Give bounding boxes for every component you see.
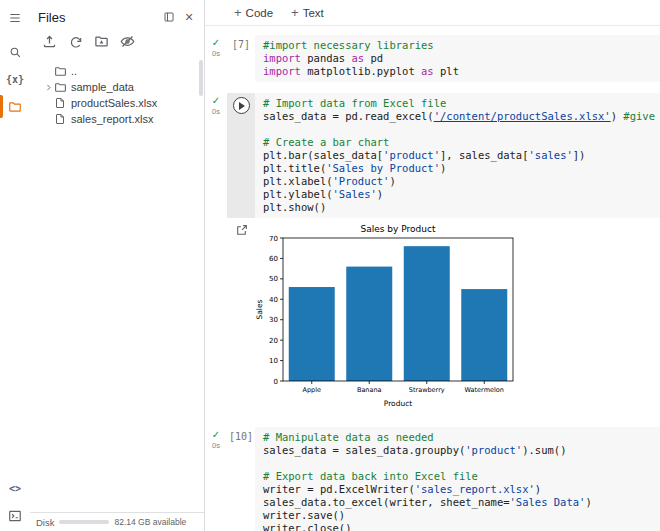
colab-app: {x} <> Files ✕ <box>0 0 660 531</box>
disk-usage: Disk 82.14 GB available <box>30 512 204 531</box>
dock-panel-icon[interactable] <box>160 8 178 26</box>
disk-label: Disk <box>36 517 54 528</box>
code-line: writer.close() <box>263 522 652 531</box>
svg-text:50: 50 <box>269 275 278 283</box>
code-line: plt.xlabel('Product') <box>263 175 652 188</box>
close-panel-icon[interactable]: ✕ <box>180 8 198 26</box>
files-toolbar <box>30 30 204 59</box>
code-snippets-icon[interactable]: <> <box>0 475 30 502</box>
add-code-label: Code <box>246 7 274 19</box>
code-line: writer.save() <box>263 509 652 522</box>
svg-text:Strawberry: Strawberry <box>409 386 445 394</box>
run-cell-button[interactable] <box>233 97 250 114</box>
code-editor[interactable]: #import necessary librariesimport pandas… <box>255 35 660 82</box>
svg-text:Watermelon: Watermelon <box>465 386 504 394</box>
cell-status: ✓ 0s <box>205 93 227 218</box>
code-line: writer = pd.ExcelWriter('sales_report.xl… <box>263 483 652 496</box>
code-editor[interactable]: # Manipulate data as neededsales_data = … <box>255 427 660 531</box>
bar <box>289 287 335 381</box>
execution-count[interactable]: [10] <box>229 431 253 442</box>
folder-icon <box>54 81 71 94</box>
code-line: # Import data from Excel file <box>263 97 652 110</box>
terminal-icon[interactable] <box>0 502 30 529</box>
variables-icon[interactable]: {x} <box>0 66 30 93</box>
cell-runtime: 0s <box>212 49 220 58</box>
folder-item[interactable]: .. <box>30 63 204 79</box>
hidden-files-icon[interactable] <box>118 32 137 51</box>
code-line: sales_data = pd.read_excel('/content/pro… <box>263 110 652 123</box>
files-panel-header: Files ✕ <box>30 0 204 30</box>
file-name: .. <box>71 65 77 77</box>
folder-item[interactable]: sample_data <box>30 79 204 95</box>
bar <box>346 267 392 381</box>
left-icon-rail: {x} <> <box>0 0 30 531</box>
svg-text:40: 40 <box>269 296 278 304</box>
files-panel: Files ✕ ..sample_dataproductSales.xlsx <box>30 0 204 531</box>
cell-status: ✓ 0s <box>205 427 227 531</box>
code-line: plt.ylabel('Sales') <box>263 188 652 201</box>
code-line <box>263 123 652 136</box>
search-icon[interactable] <box>0 39 30 66</box>
cell-gutter <box>227 93 255 218</box>
code-line: plt.show() <box>263 201 652 214</box>
disk-usage-bar <box>59 520 109 524</box>
cell-success-icon: ✓ <box>212 38 220 48</box>
svg-text:10: 10 <box>269 357 278 365</box>
code-line: sales_data.to_excel(writer, sheet_name='… <box>263 496 652 509</box>
notebook-scroll-area: ✓ 0s [7] #import necessary librariesimpo… <box>205 26 660 531</box>
bar <box>404 246 450 381</box>
svg-text:Banana: Banana <box>357 386 382 394</box>
notebook-area: + Code + Text ✓ 0s [7] #import <box>205 0 660 531</box>
output-popout-icon[interactable] <box>234 223 249 241</box>
file-item[interactable]: sales_report.xlsx <box>30 111 204 127</box>
mount-drive-icon[interactable] <box>92 32 111 51</box>
file-item[interactable]: productSales.xlsx <box>30 95 204 111</box>
code-line: # Export data back into Excel file <box>263 470 652 483</box>
notebook-toolbar: + Code + Text <box>205 0 660 26</box>
upload-icon[interactable] <box>40 32 59 51</box>
code-cell: ✓ 0s [7] #import necessary librariesimpo… <box>205 35 660 82</box>
cell-success-icon: ✓ <box>212 96 220 106</box>
file-icon <box>54 113 71 125</box>
add-code-button[interactable]: + Code <box>225 3 282 22</box>
code-line: # Manipulate data as needed <box>263 431 652 444</box>
refresh-icon[interactable] <box>66 32 85 51</box>
chart-xlabel: Product <box>384 399 413 408</box>
cell-runtime: 0s <box>212 107 220 116</box>
variables-glyph: {x} <box>6 74 24 85</box>
snippets-glyph: <> <box>9 483 21 494</box>
file-tree: ..sample_dataproductSales.xlsxsales_repo… <box>30 59 204 512</box>
code-line: #import necessary libraries <box>263 39 652 52</box>
code-editor[interactable]: # Import data from Excel filesales_data … <box>255 93 660 218</box>
files-scrollbar-thumb[interactable] <box>199 60 203 96</box>
chart-output-image: Sales by Product010203040506070AppleBana… <box>255 223 660 416</box>
file-name: sales_report.xlsx <box>71 113 154 125</box>
cell-output: Sales by Product010203040506070AppleBana… <box>205 223 660 416</box>
add-text-button[interactable]: + Text <box>282 3 333 22</box>
execution-count[interactable]: [7] <box>232 39 250 50</box>
menu-icon[interactable] <box>0 4 30 31</box>
cell-success-icon: ✓ <box>212 430 220 440</box>
svg-text:Apple: Apple <box>302 386 321 394</box>
play-icon <box>239 102 245 110</box>
code-cell: ✓ 0s # Import data from Excel filesales_… <box>205 93 660 416</box>
svg-text:30: 30 <box>269 316 278 324</box>
file-name: productSales.xlsx <box>71 97 157 109</box>
code-line: sales_data = sales_data.groupby('product… <box>263 444 652 457</box>
chart-ylabel: Sales <box>255 299 264 319</box>
code-line: import pandas as pd <box>263 52 652 65</box>
svg-text:60: 60 <box>269 255 278 263</box>
chart-title: Sales by Product <box>361 224 436 234</box>
code-line: # Create a bar chart <box>263 136 652 149</box>
files-panel-title: Files <box>38 10 65 25</box>
code-cell: ✓ 0s [10] # Manipulate data as neededsal… <box>205 427 660 531</box>
files-tab-icon[interactable] <box>0 93 30 120</box>
svg-text:0: 0 <box>274 378 278 386</box>
file-icon <box>54 97 71 109</box>
code-line: import matplotlib.pyplot as plt <box>263 65 652 78</box>
plus-icon: + <box>234 6 242 19</box>
expand-chevron-icon[interactable] <box>42 83 54 92</box>
bar <box>461 289 507 381</box>
cell-gutter: [7] <box>227 35 255 82</box>
folder-icon <box>54 65 71 78</box>
